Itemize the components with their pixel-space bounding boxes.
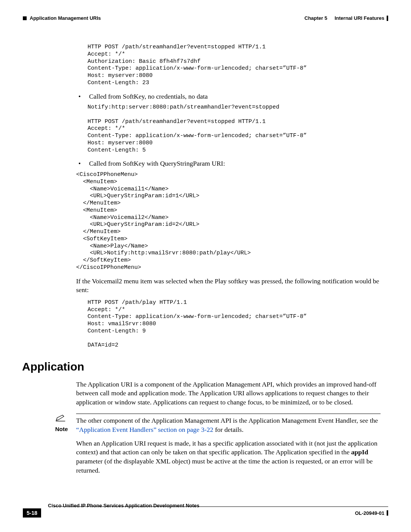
- bullet-item: • Called from SoftKey, no credentials, n…: [76, 92, 381, 101]
- paragraph: If the Voicemail2 menu item was selected…: [76, 277, 381, 295]
- footer-doc-id: OL-20949-01: [355, 510, 384, 516]
- note-text: for details.: [213, 426, 244, 433]
- paragraph-text: When an Application URI request is made,…: [76, 439, 378, 456]
- vertical-bar-icon: [387, 510, 388, 516]
- note-icon-column: Note: [55, 414, 76, 433]
- header-left: Application Management URIs: [23, 15, 101, 21]
- paragraph: The Application URI is a component of th…: [76, 380, 381, 407]
- code-block: <CiscoIPPhoneMenu> <MenuItem> <Name>Voic…: [76, 171, 381, 272]
- code-block: HTTP POST /path/streamhandler?event=stop…: [88, 44, 381, 87]
- bullet-dot-icon: •: [76, 92, 89, 101]
- note-body: The other component of the Application M…: [76, 414, 381, 434]
- pencil-icon: [55, 414, 66, 425]
- header-section-title: Application Management URIs: [30, 15, 101, 21]
- chapter-label: Chapter 5: [304, 15, 327, 21]
- page-number-badge: 5-18: [23, 508, 41, 518]
- paragraph-text: parameter (of the displayable XML object…: [76, 457, 373, 474]
- main-content: HTTP POST /path/streamhandler?event=stop…: [76, 44, 381, 475]
- bullet-item: • Called from SoftKey with QueryStringPa…: [76, 159, 381, 168]
- header-right: Chapter 5 Internal URI Features: [304, 15, 388, 21]
- note-block: Note The other component of the Applicat…: [55, 414, 381, 434]
- page-header: Application Management URIs Chapter 5 In…: [23, 15, 388, 21]
- footer-doc-title: Cisco Unified IP Phone Services Applicat…: [48, 503, 199, 508]
- bullet-text: Called from SoftKey, no credentials, no …: [89, 92, 381, 101]
- page-footer: 5-18 Cisco Unified IP Phone Services App…: [23, 506, 388, 518]
- section-heading: Application: [22, 359, 381, 375]
- code-block: HTTP POST /path/play HTTP/1.1 Accept: */…: [88, 299, 381, 349]
- bullet-text: Called from SoftKey with QueryStringPara…: [89, 159, 381, 168]
- note-text: The other component of the Application M…: [76, 417, 378, 424]
- paragraph: When an Application URI request is made,…: [76, 439, 381, 475]
- cross-reference-link[interactable]: “Application Event Handlers” section on …: [76, 426, 213, 433]
- code-block: Notify:http:server:8080:path/streamhandl…: [88, 104, 381, 154]
- note-label: Note: [55, 425, 68, 433]
- square-icon: [23, 16, 27, 20]
- bold-term: appId: [351, 448, 368, 456]
- chapter-title: Internal URI Features: [335, 15, 384, 21]
- vertical-bar-icon: [387, 16, 388, 21]
- bullet-dot-icon: •: [76, 159, 89, 168]
